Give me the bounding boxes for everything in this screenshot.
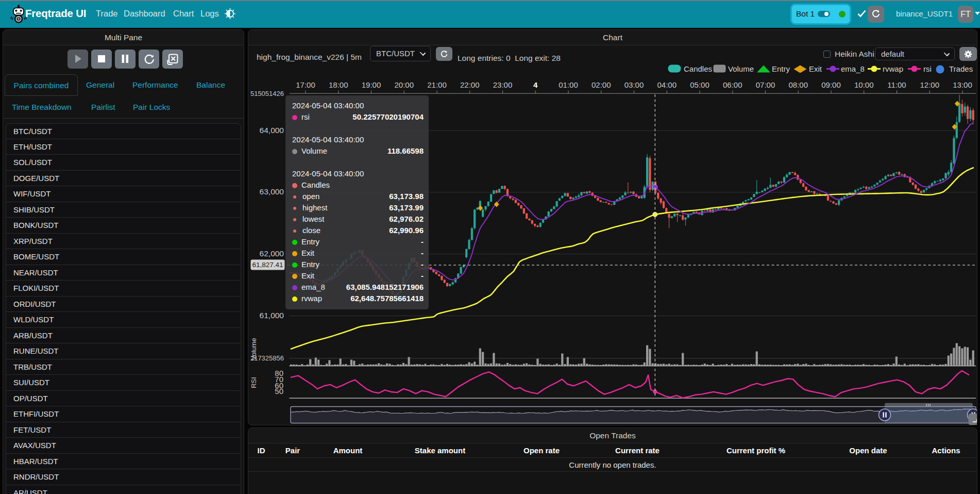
svg-text:19:00: 19:00: [362, 80, 381, 89]
svg-text:05:00: 05:00: [690, 80, 709, 89]
svg-text:18:00: 18:00: [329, 80, 348, 89]
svg-text:63,000: 63,000: [260, 187, 284, 196]
svg-text:08:00: 08:00: [788, 80, 808, 89]
svg-text:22:00: 22:00: [460, 80, 480, 89]
svg-text:RSI: RSI: [250, 377, 258, 388]
svg-text:64,000: 64,000: [260, 126, 284, 135]
svg-text:50: 50: [275, 387, 283, 396]
svg-text:4: 4: [533, 80, 538, 89]
svg-text:04:00: 04:00: [657, 80, 677, 89]
svg-text:01:00: 01:00: [559, 80, 578, 89]
svg-text:07:00: 07:00: [756, 80, 775, 89]
svg-text:13:00: 13:00: [953, 80, 972, 89]
svg-text:10:00: 10:00: [854, 80, 874, 89]
svg-text:11:00: 11:00: [887, 80, 906, 89]
svg-text:02:00: 02:00: [592, 80, 611, 89]
svg-text:515051426: 515051426: [250, 90, 284, 97]
svg-text:09:00: 09:00: [821, 80, 841, 89]
svg-text:23:00: 23:00: [493, 80, 513, 89]
svg-text:21:00: 21:00: [427, 80, 447, 89]
svg-text:12:00: 12:00: [920, 80, 939, 89]
svg-text:Volume: Volume: [250, 338, 258, 360]
svg-text:62,000: 62,000: [260, 249, 284, 258]
svg-text:03:00: 03:00: [624, 80, 644, 89]
svg-text:06:00: 06:00: [723, 80, 742, 89]
svg-text:20:00: 20:00: [394, 80, 414, 89]
svg-text:61,000: 61,000: [260, 311, 284, 320]
svg-text:17:00: 17:00: [296, 80, 315, 89]
svg-text:61,827.41: 61,827.41: [252, 261, 283, 269]
